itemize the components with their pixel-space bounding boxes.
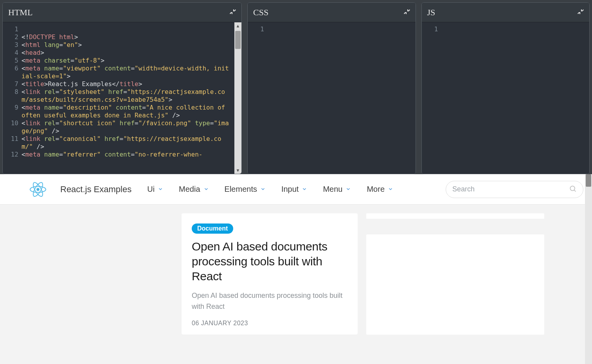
css-code[interactable]: [266, 22, 416, 174]
article-card: Document Open AI based documents process…: [182, 213, 358, 335]
html-panel: HTML 1 2<!DOCTYPE html>3<html lang="en">…: [2, 2, 242, 174]
css-panel-header: CSS: [248, 3, 416, 22]
js-editor-body[interactable]: 1: [422, 22, 590, 174]
nav-item-input[interactable]: Input: [281, 185, 307, 194]
svg-point-0: [36, 188, 39, 191]
chevron-down-icon: [260, 185, 266, 194]
nav-item-label: More: [367, 185, 385, 194]
site-nav: UiMediaElementsInputMenuMore: [147, 185, 393, 194]
article-date: 06 JANUARY 2023: [192, 320, 347, 327]
preview-pane: React.js Examples UiMediaElementsInputMe…: [0, 174, 592, 364]
chevron-down-icon: [345, 185, 351, 194]
svg-line-5: [574, 190, 576, 191]
scroll-down-icon[interactable]: ▼: [234, 167, 241, 174]
html-scrollbar[interactable]: ▲ ▼: [234, 22, 241, 174]
search-input[interactable]: [452, 185, 565, 193]
article-title[interactable]: Open AI based documents processing tools…: [192, 239, 347, 284]
js-panel-title: JS: [427, 7, 435, 18]
html-panel-title: HTML: [8, 7, 32, 18]
svg-point-4: [570, 186, 575, 191]
site-header: React.js Examples UiMediaElementsInputMe…: [0, 174, 592, 205]
nav-item-elements[interactable]: Elements: [225, 185, 266, 194]
js-gutter: 1: [422, 22, 441, 174]
sidebar-column: [366, 213, 583, 335]
js-panel-header: JS: [422, 3, 590, 22]
nav-item-ui[interactable]: Ui: [147, 185, 163, 194]
css-panel-title: CSS: [253, 7, 268, 18]
html-code[interactable]: 1 2<!DOCTYPE html>3<html lang="en">4<hea…: [3, 22, 241, 174]
scroll-thumb[interactable]: [586, 174, 591, 187]
preview-content: Document Open AI based documents process…: [0, 205, 592, 335]
js-panel: JS 1: [421, 2, 590, 174]
scroll-thumb[interactable]: [235, 31, 241, 49]
chevron-down-icon: [388, 185, 393, 194]
nav-item-label: Input: [281, 185, 299, 194]
article-thumbnail[interactable]: [30, 213, 173, 315]
site-brand[interactable]: React.js Examples: [60, 184, 131, 195]
compress-icon[interactable]: [230, 9, 236, 16]
react-logo-icon[interactable]: [30, 181, 46, 198]
sidebar-widget-small: [366, 213, 544, 219]
editor-panels: HTML 1 2<!DOCTYPE html>3<html lang="en">…: [0, 0, 592, 174]
nav-item-media[interactable]: Media: [179, 185, 209, 194]
nav-item-more[interactable]: More: [367, 185, 393, 194]
nav-item-menu[interactable]: Menu: [323, 185, 351, 194]
search-box[interactable]: [446, 181, 583, 198]
html-editor-body[interactable]: 1 2<!DOCTYPE html>3<html lang="en">4<hea…: [3, 22, 241, 174]
css-panel: CSS 1: [247, 2, 416, 174]
nav-item-label: Elements: [225, 185, 257, 194]
chevron-down-icon: [158, 185, 163, 194]
nav-item-label: Menu: [323, 185, 342, 194]
css-editor-body[interactable]: 1: [248, 22, 416, 174]
chevron-down-icon: [203, 185, 209, 194]
nav-item-label: Ui: [147, 185, 155, 194]
html-panel-header: HTML: [3, 3, 241, 22]
compress-icon[interactable]: [578, 9, 584, 16]
preview-scrollbar[interactable]: [585, 174, 592, 364]
search-icon[interactable]: [569, 185, 577, 194]
scroll-up-icon[interactable]: ▲: [234, 22, 241, 29]
article-desc: Open AI based documents processing tools…: [192, 290, 347, 312]
category-badge[interactable]: Document: [192, 223, 233, 234]
css-gutter: 1: [248, 22, 266, 174]
chevron-down-icon: [302, 185, 307, 194]
nav-item-label: Media: [179, 185, 200, 194]
sidebar-widget-large: [366, 234, 544, 335]
compress-icon[interactable]: [404, 9, 410, 16]
js-code[interactable]: [441, 22, 590, 174]
